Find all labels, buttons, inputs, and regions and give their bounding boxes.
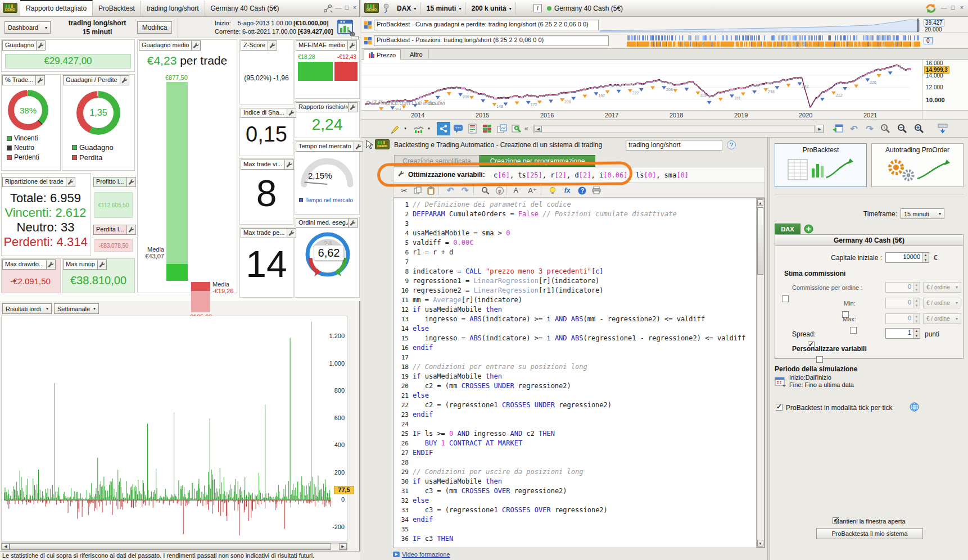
- link-windows-icon[interactable]: [323, 4, 333, 13]
- scroll-right-button[interactable]: ▶: [816, 125, 824, 133]
- custom-variables-checkbox[interactable]: [816, 356, 823, 363]
- tab-probacktest[interactable]: ProBacktest: [93, 1, 141, 16]
- close-button[interactable]: ×: [350, 3, 359, 12]
- undo-icon[interactable]: ↶: [847, 122, 861, 135]
- tab-altro[interactable]: Altro: [404, 49, 429, 60]
- help-icon[interactable]: ?: [576, 184, 588, 197]
- commission-min-spinner[interactable]: 0▲▼: [885, 298, 920, 308]
- add-instrument-icon[interactable]: [804, 224, 813, 234]
- tab-rapporto-dettagliato[interactable]: Rapporto dettagliato: [20, 0, 93, 16]
- tab-creazione-programmazione[interactable]: Creazione per programmazione: [480, 155, 595, 167]
- news-icon[interactable]: [466, 122, 480, 135]
- tab-trading-long-short[interactable]: trading long/short: [141, 1, 205, 16]
- collapse-toolbar-icon[interactable]: «: [524, 125, 528, 133]
- spinner-arrows[interactable]: ▲▼: [922, 253, 929, 262]
- draw-tool-icon[interactable]: [388, 122, 402, 135]
- duplicate-chart-icon[interactable]: [495, 122, 509, 135]
- font-larger-icon[interactable]: A⁺: [526, 184, 539, 197]
- minimize-button[interactable]: —: [334, 3, 343, 12]
- maximize-button[interactable]: □: [948, 3, 957, 12]
- wrench-icon[interactable]: [348, 218, 357, 227]
- wrench-icon[interactable]: [287, 108, 296, 117]
- suggestion-icon[interactable]: [546, 184, 559, 197]
- indicators-icon[interactable]: [412, 122, 426, 135]
- run-backtest-button[interactable]: ProBacktesta il mio sistema: [816, 528, 923, 539]
- wrench-icon[interactable]: [35, 76, 44, 85]
- wrench-icon[interactable]: [120, 76, 129, 85]
- units-dropdown[interactable]: 200 k unità▾: [468, 2, 516, 15]
- autotrading-proorder-card[interactable]: Autotrading ProOrder: [871, 143, 964, 187]
- commission-checkbox[interactable]: [782, 295, 789, 302]
- zoom-in-icon[interactable]: [912, 122, 926, 135]
- refresh-icon[interactable]: [925, 2, 937, 15]
- price-xaxis[interactable]: 20142015201620172018201920202021: [361, 110, 922, 120]
- zoom-out-icon[interactable]: [895, 122, 909, 135]
- chart-settings-icon[interactable]: [510, 122, 523, 135]
- scroll-left-button[interactable]: ◀: [2, 543, 10, 550]
- wrench-icon[interactable]: [36, 41, 45, 50]
- wrench-icon[interactable]: [287, 229, 296, 238]
- equity-panel-title[interactable]: ProBacktest - Curva guadagni e perdite: …: [374, 20, 599, 30]
- fit-chart-icon[interactable]: [936, 122, 949, 135]
- zoom-reset-icon[interactable]: 1: [879, 122, 892, 135]
- scroll-thumb[interactable]: [757, 207, 763, 275]
- probacktest-card[interactable]: ProBacktest: [775, 143, 867, 187]
- wrench-icon[interactable]: [97, 260, 106, 269]
- video-formazione-link[interactable]: Video formazione: [402, 551, 450, 558]
- system-name-field[interactable]: trading long/short: [626, 140, 722, 151]
- undo-icon[interactable]: ↶: [444, 184, 456, 197]
- report-settings-icon[interactable]: [336, 18, 355, 37]
- wrench-icon[interactable]: [66, 177, 75, 186]
- tick-mode-checkbox[interactable]: [776, 404, 782, 411]
- scroll-up-button[interactable]: ▲: [757, 199, 763, 206]
- cut-icon[interactable]: ✂: [398, 184, 410, 197]
- optimization-variables[interactable]: c[6], ts[25], r[2], d[2], i[0.06], ls[0]…: [494, 171, 689, 179]
- font-smaller-icon[interactable]: A⁻: [512, 184, 524, 197]
- tab-prezzo[interactable]: Prezzo: [364, 49, 401, 60]
- wrench-icon[interactable]: [348, 103, 357, 112]
- paste-icon[interactable]: [425, 184, 437, 197]
- comment-icon[interactable]: [451, 122, 465, 135]
- dashboard-dropdown[interactable]: Dashboard▾: [4, 21, 51, 34]
- timeframe-dropdown[interactable]: 15 minuti▾: [423, 2, 466, 15]
- indicators-dropdown[interactable]: ▾: [426, 122, 432, 135]
- wrench-icon[interactable]: [46, 260, 55, 269]
- wrench-icon[interactable]: [398, 171, 404, 177]
- scroll-down-button[interactable]: ▼: [757, 540, 763, 547]
- close-button[interactable]: ×: [957, 3, 966, 12]
- commission-max-checkbox[interactable]: [850, 327, 857, 334]
- scroll-right-button[interactable]: ▶: [339, 543, 347, 550]
- calendar-icon[interactable]: [775, 376, 786, 387]
- scroll-thumb[interactable]: [10, 543, 331, 550]
- instrument-dropdown[interactable]: DAX▾: [393, 2, 420, 15]
- wrench-icon[interactable]: [268, 41, 277, 50]
- goto-date-icon[interactable]: [831, 122, 844, 135]
- wrench-icon[interactable]: [284, 160, 293, 169]
- redo-icon[interactable]: ↷: [459, 184, 471, 197]
- wrench-icon[interactable]: [126, 177, 135, 186]
- timeframe-select[interactable]: 15 minuti▾: [901, 208, 944, 219]
- help-icon[interactable]: ?: [727, 140, 736, 149]
- wrench-icon[interactable]: [191, 41, 200, 50]
- spread-spinner[interactable]: 1▲▼: [885, 328, 920, 339]
- instrument-tab-dax[interactable]: DAX: [775, 224, 800, 234]
- share-icon[interactable]: [437, 122, 450, 135]
- pin-window-icon[interactable]: ✓: [382, 3, 390, 13]
- search-icon[interactable]: [479, 184, 491, 197]
- commission-spinner[interactable]: 0▲▼: [885, 282, 920, 293]
- wrench-icon[interactable]: [354, 142, 363, 151]
- minimize-button[interactable]: —: [939, 3, 948, 12]
- market-depth-icon[interactable]: [481, 122, 494, 135]
- wrench-icon[interactable]: [347, 41, 356, 50]
- print-icon[interactable]: [590, 184, 603, 197]
- commission-max-unit-select[interactable]: € / ordine▾: [923, 313, 961, 324]
- wrench-icon[interactable]: [126, 225, 135, 234]
- copy-icon[interactable]: [411, 184, 424, 197]
- code-editor[interactable]: 1// Definizione dei parametri del codice…: [393, 198, 765, 548]
- chart-hscrollbar[interactable]: ◀: [533, 125, 815, 133]
- draw-tool-dropdown[interactable]: ▾: [402, 122, 409, 135]
- positions-panel-title[interactable]: ProBacktest - Posizioni: trading long/sh…: [374, 35, 609, 46]
- report-hscrollbar[interactable]: ◀ ▶: [1, 543, 347, 550]
- results-type-dropdown[interactable]: Risultati lordi▾: [2, 303, 52, 314]
- commission-max-spinner[interactable]: 0▲▼: [885, 313, 920, 324]
